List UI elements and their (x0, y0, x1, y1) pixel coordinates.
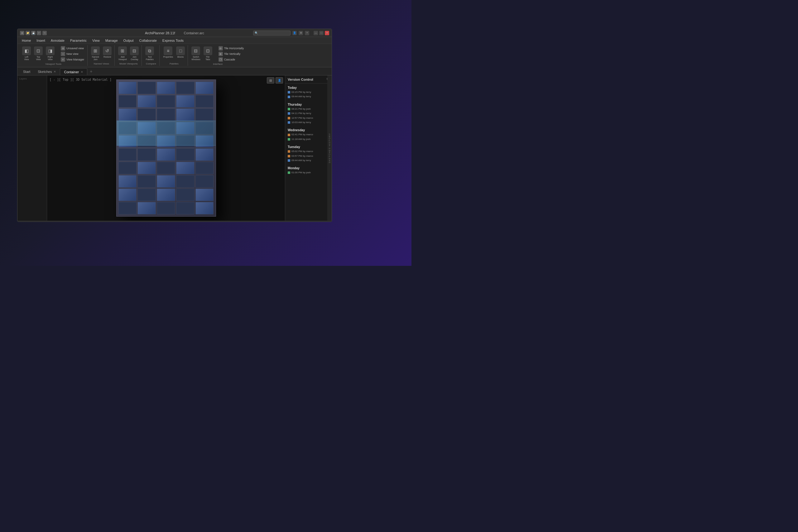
window-unit (118, 109, 137, 121)
vc-dot (288, 96, 290, 98)
content-area: Layers [ - ][ Top ][ 3D Solid Material ] (17, 75, 332, 221)
ribbon-file-tabs[interactable]: ⊡ FileTabs (203, 46, 213, 61)
ribbon-add-viewport[interactable]: ⊞ AddViewport (117, 46, 128, 61)
vc-entry[interactable]: 10:03 AM by terry (287, 120, 330, 125)
title-search[interactable]: 🔍 (253, 31, 290, 36)
vc-entry[interactable]: 12:57 PM by marco (287, 116, 330, 120)
window-unit (157, 162, 175, 174)
sketches-history-label: SKETCHES HISTORY (328, 133, 331, 163)
close-btn[interactable]: ✕ (325, 31, 329, 35)
version-control-header: Version Control ↻ (285, 75, 332, 83)
vc-text: 09:44 AM by terry (291, 95, 311, 98)
vc-entry[interactable]: 03:57 PM by marco (287, 154, 330, 158)
viewport-user-btn[interactable]: 👤 (276, 77, 283, 83)
status-tab-add[interactable]: + (82, 222, 90, 222)
ribbon-left-view[interactable]: ◧ LeftView (21, 46, 32, 61)
ribbon-right-view[interactable]: ◨ RightView (45, 46, 56, 61)
vc-entry[interactable]: 05:02 PM by marco (287, 149, 330, 154)
vc-entry[interactable]: 01:00 PM by josh (287, 170, 330, 175)
window-unit (176, 175, 194, 188)
add-viewport-icon: ⊞ (118, 46, 127, 55)
ribbon-tile-h[interactable]: ⊟ Tile Horizontally (217, 46, 245, 51)
vc-today-section: Today 03:15 PM by terry 09:44 AM by terr… (285, 83, 332, 100)
tab-add-btn[interactable]: + (87, 68, 95, 75)
ribbon-tile-v[interactable]: ⊞ Tile Vertically (217, 52, 245, 56)
building-container (47, 75, 285, 221)
settings-btn[interactable]: ⚙ (299, 31, 303, 35)
status-tab-models[interactable]: Models (20, 222, 39, 222)
vc-text: 12:57 PM by marco (291, 117, 313, 120)
viewport-display-btn[interactable]: ▤ (267, 77, 274, 83)
vc-text: 06:21 PM by josh (291, 108, 311, 111)
menu-home[interactable]: Home (19, 38, 33, 43)
tab-sketches[interactable]: Sketches ✕ (34, 68, 60, 75)
status-tab-layout2[interactable]: Layout 2 (61, 222, 81, 222)
window-unit (157, 82, 175, 94)
vc-entry[interactable]: 03:15 PM by terry (287, 90, 330, 94)
help-btn[interactable]: ? (305, 31, 309, 35)
vc-entry[interactable]: 04:11 PM by terry (287, 111, 330, 116)
window-unit (118, 95, 137, 108)
building-model (116, 79, 216, 216)
ribbon-model-viewports: ⊞ AddViewport ⊟ JoinOverlay Model Viewpo… (115, 45, 142, 66)
ribbon-join-overlay[interactable]: ⊟ JoinOverlay (129, 46, 140, 61)
left-panel-label: Layers (19, 77, 45, 81)
top-view-icon: ⊡ (34, 46, 43, 55)
vc-entry[interactable]: 02:41 PM by marco (287, 132, 330, 137)
ribbon-top-view[interactable]: ⊡ TopView (33, 46, 44, 61)
ribbon-tool-palettes[interactable]: ⧉ ToolPalettes (144, 46, 155, 61)
menu-express-tools[interactable]: Express Tools (160, 38, 186, 43)
ribbon-restore[interactable]: ↺ Restore (102, 46, 113, 59)
vc-entry[interactable]: 11:18 AM by josh (287, 137, 330, 141)
title-bar: ▤ 📁 💾 ↩ ↪ ArchiPlanner 28.11f Container.… (17, 29, 332, 37)
maximize-btn[interactable]: □ (319, 31, 324, 35)
menu-view[interactable]: View (90, 38, 102, 43)
window-unit (195, 162, 214, 174)
window-unit (118, 189, 137, 201)
window-unit (176, 109, 194, 121)
menu-annotate[interactable]: Annotate (48, 38, 67, 43)
menu-insert[interactable]: Insert (34, 38, 48, 43)
ribbon-cascade[interactable]: ❐ Cascade (217, 57, 245, 62)
window-unit (118, 202, 137, 214)
title-bar-center: ArchiPlanner 28.11f Container.arc (145, 31, 204, 35)
file-tabs-icon: ⊡ (204, 46, 212, 55)
menu-parametric[interactable]: Parametric (68, 38, 89, 43)
version-control-title: Version Control (288, 78, 313, 81)
status-tab-layout1[interactable]: Layout 1 (39, 222, 60, 222)
ribbon-unsaved-view[interactable]: ⊟ Unsaved view (59, 46, 86, 51)
view-manager-icon: ≡ (61, 57, 65, 62)
sketches-history-tab[interactable]: SKETCHES HISTORY (327, 75, 332, 221)
ribbon-properties[interactable]: ≡ Properties (162, 46, 174, 59)
viewport[interactable]: [ - ][ Top ][ 3D Solid Material ] (47, 75, 285, 221)
vc-text: 03:57 PM by marco (291, 155, 313, 158)
ribbon-new-view[interactable]: + New view (59, 52, 86, 56)
ribbon-named-join[interactable]: ⊞ NamedJoin (90, 46, 101, 61)
minimize-btn[interactable]: — (314, 31, 318, 35)
ribbon-compare-buttons: ⧉ ToolPalettes (144, 46, 157, 62)
redo-icon[interactable]: ↪ (42, 31, 47, 35)
join-overlay-icon: ⊟ (130, 46, 139, 55)
menu-manage[interactable]: Manage (103, 38, 120, 43)
tab-container-close[interactable]: ✕ (81, 71, 83, 74)
vc-entry[interactable]: 06:21 PM by josh (287, 107, 330, 111)
ribbon-interface-buttons: ⊟ SwitchWindows ⊡ FileTabs ⊟ Tile Horizo… (190, 46, 245, 62)
tab-container[interactable]: Container ✕ (60, 68, 87, 75)
ribbon-switch-windows[interactable]: ⊟ SwitchWindows (190, 46, 201, 61)
named-join-label: NamedJoin (92, 56, 99, 60)
vc-entry[interactable]: 09:44 AM by terry (287, 94, 330, 99)
undo-icon[interactable]: ↩ (37, 31, 41, 35)
vc-wednesday-section: Wednesday 02:41 PM by marco 11:18 AM by … (285, 126, 332, 143)
building-windows (117, 80, 216, 216)
menu-output[interactable]: Output (121, 38, 136, 43)
menu-collaborate[interactable]: Collaborate (137, 38, 159, 43)
ribbon-named-views: ⊞ NamedJoin ↺ Restore Named Views (88, 45, 115, 66)
window-unit (176, 162, 194, 174)
vc-entry[interactable]: 09:44 AM by terry (287, 158, 330, 163)
tab-sketches-close[interactable]: ✕ (54, 70, 56, 73)
window-unit (118, 148, 137, 161)
user-btn[interactable]: 👤 (292, 31, 297, 35)
ribbon-blocks[interactable]: □ Blocks (175, 46, 186, 59)
ribbon-view-manager[interactable]: ≡ View Manager (59, 57, 86, 62)
tab-start[interactable]: Start (19, 68, 34, 75)
